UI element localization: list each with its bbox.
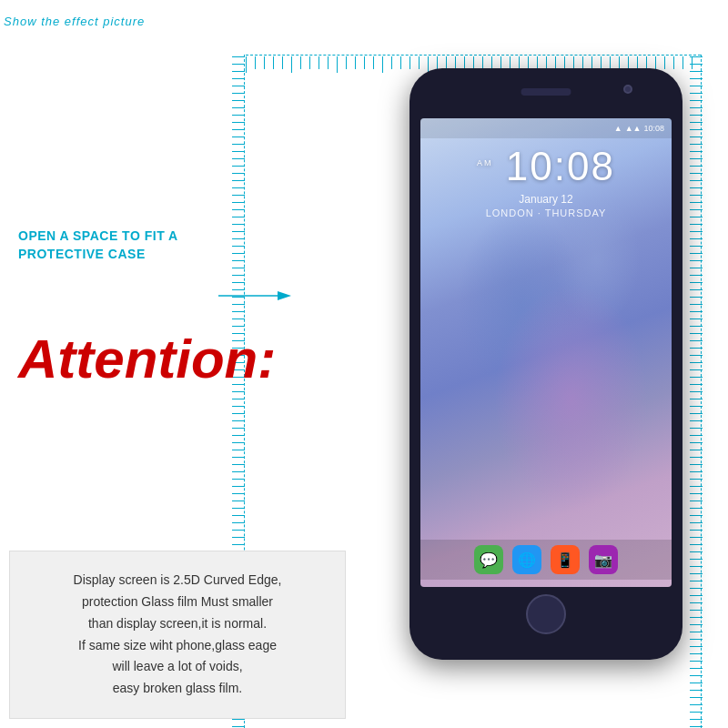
phone-screen: ▲ ▲▲ 10:08 AM 10:08 January 12 LONDON · … xyxy=(420,118,672,587)
app-icon-phone: 📱 xyxy=(551,545,580,574)
clock-location: LONDON · THURSDAY xyxy=(420,207,672,218)
phone-device: ▲ ▲▲ 10:08 AM 10:08 January 12 LONDON · … xyxy=(410,68,682,660)
phone-home-button[interactable] xyxy=(526,594,566,634)
clock-time: AM 10:08 xyxy=(420,144,672,189)
status-bar: ▲ ▲▲ 10:08 xyxy=(420,118,672,138)
wifi-icon: ▲ xyxy=(614,124,622,133)
show-effect-label: Show the effect picture xyxy=(4,15,145,28)
time-display: AM 10:08 January 12 LONDON · THURSDAY xyxy=(420,144,672,218)
ruler-top-ticks xyxy=(246,56,701,69)
phone-body: ▲ ▲▲ 10:08 AM 10:08 January 12 LONDON · … xyxy=(410,68,682,660)
app-icon-camera: 📷 xyxy=(589,545,618,574)
phone-speaker xyxy=(521,88,571,96)
app-icon-messages: 💬 xyxy=(474,545,503,574)
signal-icon: ▲▲ xyxy=(625,124,642,133)
description-text: Display screen is 2.5D Curved Edge, prot… xyxy=(33,570,322,700)
clock-date: January 12 xyxy=(420,193,672,206)
phone-camera xyxy=(623,85,632,94)
left-content-area: OPEN A SPACE TO FIT A PROTECTIVE CASE xyxy=(18,228,237,272)
attention-heading: Attention: xyxy=(9,328,276,390)
app-dock: 💬 🌐 📱 📷 xyxy=(420,540,672,580)
status-time: 10:08 xyxy=(643,124,664,133)
callout-arrow xyxy=(218,282,291,284)
app-icon-browser: 🌐 xyxy=(512,545,541,574)
description-box: Display screen is 2.5D Curved Edge, prot… xyxy=(9,551,346,719)
ruler-right-ticks xyxy=(690,56,703,728)
status-icons: ▲ ▲▲ 10:08 xyxy=(614,124,664,133)
time-am: AM xyxy=(477,158,493,167)
svg-marker-1 xyxy=(278,291,291,300)
callout-label: OPEN A SPACE TO FIT A PROTECTIVE CASE xyxy=(18,228,237,263)
